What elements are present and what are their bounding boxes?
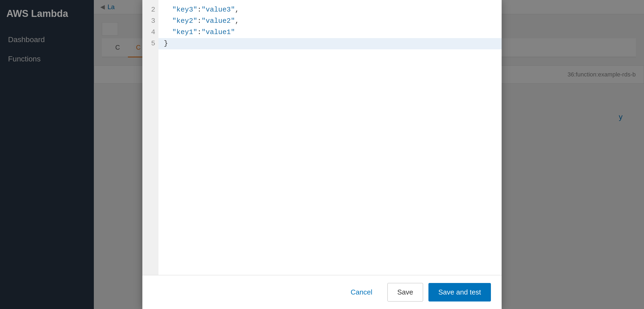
code-editor[interactable]: 2 3 4 5 "key3" : "value3" , "key2" : "va…	[142, 0, 502, 275]
code-colon-2: :	[197, 16, 202, 27]
code-line-4: "key1" : "value1"	[164, 27, 496, 38]
save-button[interactable]: Save	[387, 283, 423, 301]
code-colon: :	[197, 4, 202, 16]
modal-footer: Cancel Save Save and test	[142, 275, 502, 309]
line-num-5: 5	[146, 38, 155, 49]
code-key-2: "key2"	[172, 16, 197, 27]
code-indent	[164, 16, 172, 27]
code-value-2: "value2"	[201, 16, 235, 27]
code-brace-close: }	[164, 38, 168, 49]
code-line-2: "key3" : "value3" ,	[164, 4, 496, 16]
code-value-1: "value1"	[201, 27, 235, 38]
code-indent-2	[164, 27, 172, 38]
cancel-button[interactable]: Cancel	[341, 283, 382, 301]
code-key-3: "key3"	[172, 4, 197, 16]
save-and-test-button[interactable]: Save and test	[428, 283, 491, 301]
code-value-3: "value3"	[201, 4, 235, 16]
line-numbers: 2 3 4 5	[142, 0, 158, 275]
code-comma: ,	[235, 4, 239, 16]
code-comma-2: ,	[235, 16, 239, 27]
code-content[interactable]: "key3" : "value3" , "key2" : "value2" , …	[158, 0, 502, 275]
line-num-3: 3	[146, 16, 155, 27]
modal-dialog: 2 3 4 5 "key3" : "value3" , "key2" : "va…	[142, 0, 502, 309]
code-colon-3: :	[197, 27, 202, 38]
line-num-4: 4	[146, 27, 155, 38]
code-line-3: "key2" : "value2" ,	[164, 16, 496, 27]
code-punct	[164, 4, 172, 16]
code-key-1: "key1"	[172, 27, 197, 38]
code-line-5: }	[158, 38, 502, 49]
line-num-2: 2	[146, 4, 155, 16]
